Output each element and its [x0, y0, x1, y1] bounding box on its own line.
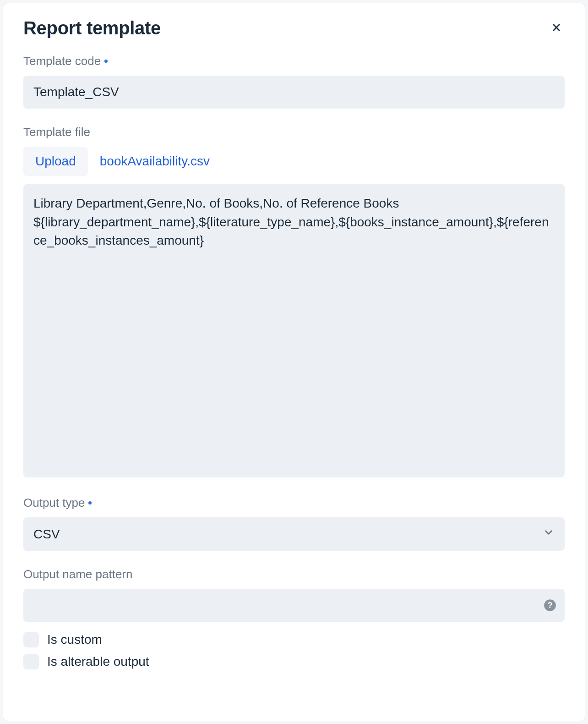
template-file-upload-row: Upload bookAvailability.csv	[23, 147, 565, 176]
is-alterable-output-row: Is alterable output	[23, 654, 565, 669]
required-indicator-icon	[88, 501, 92, 505]
is-custom-label: Is custom	[47, 632, 102, 647]
template-file-label: Template file	[23, 125, 565, 139]
form-scroll-area[interactable]: Template code Template_CSV Template file…	[3, 54, 585, 720]
output-type-select[interactable]: CSV	[23, 517, 565, 551]
template-file-field: Template file Upload bookAvailability.cs…	[23, 125, 565, 479]
template-code-field: Template code Template_CSV	[23, 54, 565, 109]
modal-title: Report template	[23, 18, 161, 38]
report-template-modal: Report template Template code Template_C…	[3, 3, 585, 721]
template-code-input[interactable]: Template_CSV	[23, 76, 565, 109]
template-code-label: Template code	[23, 54, 565, 68]
upload-button[interactable]: Upload	[23, 147, 88, 176]
modal-header: Report template	[3, 3, 585, 54]
output-name-pattern-input[interactable]	[23, 589, 565, 622]
template-code-value: Template_CSV	[33, 85, 119, 99]
is-custom-row: Is custom	[23, 632, 565, 647]
output-type-label: Output type	[23, 496, 565, 510]
is-alterable-output-label: Is alterable output	[47, 654, 149, 669]
output-type-field: Output type CSV	[23, 496, 565, 551]
is-alterable-output-checkbox[interactable]	[23, 654, 39, 669]
output-type-value: CSV	[33, 527, 60, 542]
label-text: Template code	[23, 54, 101, 68]
is-custom-checkbox[interactable]	[23, 632, 39, 647]
close-icon	[551, 22, 561, 34]
template-file-link[interactable]: bookAvailability.csv	[100, 154, 210, 169]
label-text: Output name pattern	[23, 567, 132, 581]
svg-text:?: ?	[548, 601, 553, 610]
close-button[interactable]	[548, 20, 565, 37]
output-name-pattern-field: Output name pattern ?	[23, 567, 565, 622]
required-indicator-icon	[104, 60, 108, 63]
label-text: Template file	[23, 125, 90, 139]
help-icon[interactable]: ?	[544, 599, 556, 612]
chevron-down-icon	[543, 527, 555, 542]
template-content-textarea[interactable]	[23, 184, 565, 477]
output-name-pattern-label: Output name pattern	[23, 567, 565, 581]
label-text: Output type	[23, 496, 85, 510]
